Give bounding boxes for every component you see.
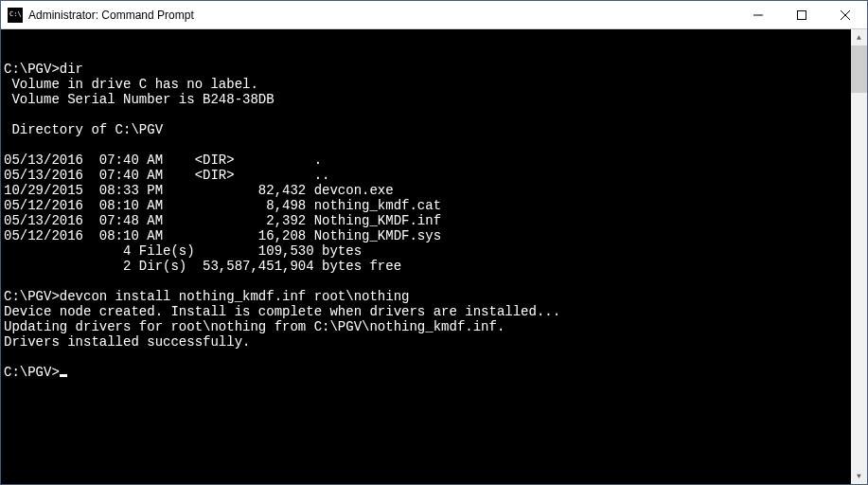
console-line: 05/13/2016 07:48 AM 2,392 Nothing_KMDF.i…	[4, 213, 867, 228]
console-line: 05/12/2016 08:10 AM 8,498 nothing_kmdf.c…	[4, 198, 867, 213]
console-area[interactable]: C:\PGV>dir Volume in drive C has no labe…	[1, 29, 867, 484]
console-output: C:\PGV>dir Volume in drive C has no labe…	[4, 62, 867, 380]
chevron-up-icon: ▲	[857, 30, 861, 45]
console-line: C:\PGV>	[4, 365, 867, 380]
minimize-button[interactable]	[736, 1, 780, 28]
minimize-icon	[753, 10, 763, 20]
console-line: Directory of C:\PGV	[4, 122, 867, 137]
svg-rect-1	[798, 10, 806, 19]
scroll-thumb[interactable]	[851, 45, 867, 93]
console-line	[4, 137, 867, 153]
console-line: 10/29/2015 08:33 PM 82,432 devcon.exe	[4, 183, 867, 198]
console-line: Volume Serial Number is B248-38DB	[4, 92, 867, 107]
console-line	[4, 274, 867, 289]
close-button[interactable]	[824, 1, 867, 28]
cmd-icon	[8, 8, 23, 23]
console-line: Volume in drive C has no label.	[4, 77, 867, 92]
window-title: Administrator: Command Prompt	[28, 9, 736, 22]
console-line: 2 Dir(s) 53,587,451,904 bytes free	[4, 259, 867, 274]
console-line: Drivers installed successfully.	[4, 334, 867, 350]
scroll-track[interactable]	[851, 45, 867, 468]
console-line: C:\PGV>dir	[4, 62, 867, 77]
console-line: 05/12/2016 08:10 AM 16,208 Nothing_KMDF.…	[4, 228, 867, 243]
vertical-scrollbar[interactable]: ▲ ▼	[851, 29, 867, 484]
scroll-up-button[interactable]: ▲	[851, 29, 867, 45]
console-line: Device node created. Install is complete…	[4, 304, 867, 319]
maximize-button[interactable]	[780, 1, 824, 28]
console-line	[4, 350, 867, 365]
titlebar[interactable]: Administrator: Command Prompt	[1, 1, 867, 29]
console-line: Updating drivers for root\nothing from C…	[4, 319, 867, 334]
console-line: 05/13/2016 07:40 AM <DIR> ..	[4, 168, 867, 183]
console-line	[4, 107, 867, 122]
command-prompt-window: Administrator: Command Prompt C:\PGV>dir…	[0, 0, 868, 485]
window-controls	[736, 1, 867, 28]
text-cursor	[60, 374, 67, 377]
console-line: 05/13/2016 07:40 AM <DIR> .	[4, 153, 867, 168]
maximize-icon	[797, 10, 806, 20]
scroll-down-button[interactable]: ▼	[851, 468, 867, 484]
console-line: 4 File(s) 109,530 bytes	[4, 243, 867, 259]
close-icon	[841, 10, 850, 20]
console-line: C:\PGV>devcon install nothing_kmdf.inf r…	[4, 289, 867, 304]
chevron-down-icon: ▼	[857, 469, 861, 484]
